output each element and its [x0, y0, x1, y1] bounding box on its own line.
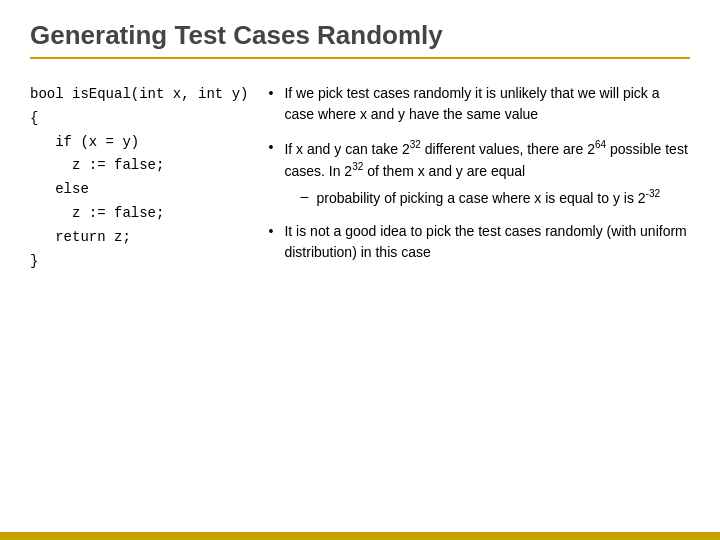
slide-title: Generating Test Cases Randomly [30, 20, 443, 50]
bullet-1: If we pick test cases randomly it is unl… [268, 83, 690, 125]
slide: Generating Test Cases Randomly bool isEq… [0, 0, 720, 540]
bullet-1-text: If we pick test cases randomly it is unl… [284, 85, 659, 122]
sub-bullet-1-text: probability of picking a case where x is… [316, 190, 660, 206]
bullet-2-text: If x and y can take 232 different values… [284, 141, 687, 180]
title-bar: Generating Test Cases Randomly [30, 20, 690, 59]
bottom-accent-bar [0, 532, 720, 540]
code-block: bool isEqual(int x, int y){ if (x = y) z… [30, 79, 248, 275]
bullet-3-text: It is not a good idea to pick the test c… [284, 223, 686, 260]
content-area: bool isEqual(int x, int y){ if (x = y) z… [30, 79, 690, 275]
bullet-2: If x and y can take 232 different values… [268, 137, 690, 209]
sub-bullet-1: probability of picking a case where x is… [300, 186, 690, 209]
bullet-3: It is not a good idea to pick the test c… [268, 221, 690, 263]
bullet-block: If we pick test cases randomly it is unl… [268, 79, 690, 275]
